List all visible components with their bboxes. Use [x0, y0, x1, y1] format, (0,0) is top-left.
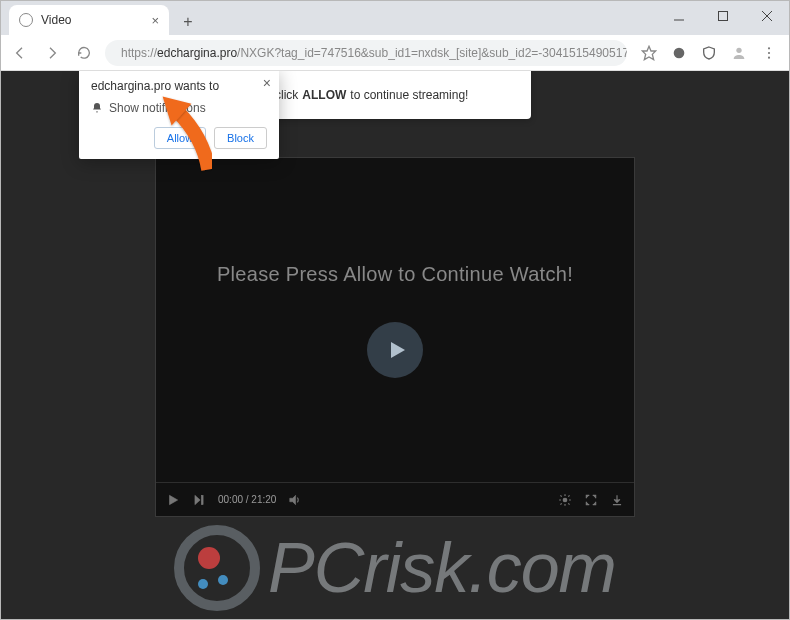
svg-marker-16 — [290, 495, 296, 504]
svg-rect-15 — [201, 495, 203, 504]
banner-post: to continue streaming! — [350, 88, 468, 102]
toolbar: https://edchargina.pro/NXGK?tag_id=74751… — [1, 35, 789, 71]
notification-origin: edchargina.pro wants to — [91, 79, 267, 93]
globe-icon — [19, 13, 33, 27]
browser-window: Video × + https://edchargina.pro/NXGK?ta… — [0, 0, 790, 620]
tab-strip: Video × + — [1, 1, 789, 35]
svg-marker-14 — [195, 495, 200, 504]
pointer-arrow-annotation — [159, 93, 249, 187]
svg-rect-1 — [719, 12, 728, 21]
star-icon[interactable] — [641, 45, 657, 61]
play-button[interactable] — [367, 322, 423, 378]
back-button[interactable] — [9, 42, 31, 64]
minimize-button[interactable] — [657, 1, 701, 31]
tab-title: Video — [41, 13, 71, 27]
url-protocol: https:// — [121, 46, 157, 60]
video-player: Please Press Allow to Continue Watch! 00… — [155, 157, 635, 517]
play-icon — [385, 338, 409, 362]
window-controls — [657, 1, 789, 31]
svg-point-17 — [563, 498, 567, 502]
svg-marker-12 — [391, 342, 405, 358]
play-control-icon[interactable] — [166, 493, 180, 507]
profile-icon[interactable] — [731, 45, 747, 61]
svg-point-9 — [768, 51, 770, 53]
volume-icon[interactable] — [288, 493, 302, 507]
time-display: 00:00 / 21:20 — [218, 494, 276, 505]
banner-bold: ALLOW — [302, 88, 346, 102]
svg-marker-5 — [642, 46, 655, 59]
close-window-button[interactable] — [745, 1, 789, 31]
svg-point-6 — [674, 47, 685, 58]
download-icon[interactable] — [610, 493, 624, 507]
player-message: Please Press Allow to Continue Watch! — [217, 263, 573, 286]
player-body[interactable]: Please Press Allow to Continue Watch! — [156, 158, 634, 482]
address-bar[interactable]: https://edchargina.pro/NXGK?tag_id=74751… — [105, 40, 627, 66]
forward-button[interactable] — [41, 42, 63, 64]
reload-button[interactable] — [73, 42, 95, 64]
close-popup-icon[interactable]: × — [263, 75, 271, 91]
maximize-button[interactable] — [701, 1, 745, 31]
watermark: PCrisk.com — [1, 525, 789, 611]
watermark-logo-icon — [174, 525, 260, 611]
settings-icon[interactable] — [558, 493, 572, 507]
url-path: /NXGK?tag_id=747516&sub_id1=nxdsk_[site]… — [237, 46, 627, 60]
svg-point-7 — [736, 47, 741, 52]
player-controls: 00:00 / 21:20 — [156, 482, 634, 516]
close-tab-icon[interactable]: × — [151, 13, 159, 28]
fullscreen-icon[interactable] — [584, 493, 598, 507]
svg-point-8 — [768, 47, 770, 49]
menu-icon[interactable] — [761, 45, 777, 61]
allow-banner: click ALLOW to continue streaming! — [261, 71, 531, 119]
svg-marker-13 — [170, 495, 178, 504]
svg-point-10 — [768, 56, 770, 58]
ublock-icon[interactable] — [671, 45, 687, 61]
tab-video[interactable]: Video × — [9, 5, 169, 35]
toolbar-icons — [637, 45, 781, 61]
url-host: edchargina.pro — [157, 46, 237, 60]
page-content: click ALLOW to continue streaming! × edc… — [1, 71, 789, 619]
new-tab-button[interactable]: + — [175, 9, 201, 35]
next-control-icon[interactable] — [192, 493, 206, 507]
shield-icon[interactable] — [701, 45, 717, 61]
watermark-text: PCrisk.com — [268, 528, 616, 608]
bell-icon — [91, 102, 103, 114]
